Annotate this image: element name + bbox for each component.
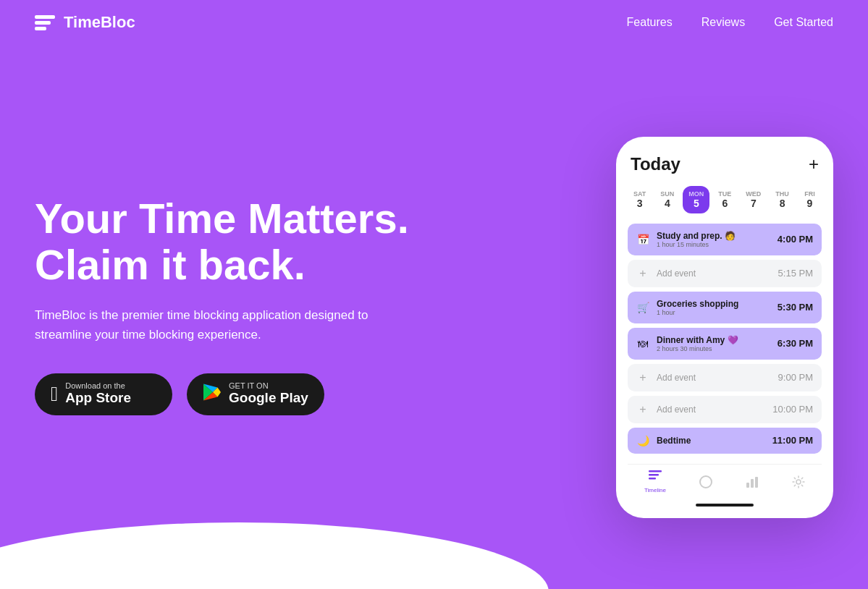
phone-nav-timeline[interactable]: Timeline [644, 470, 666, 493]
phone-mockup-container: Today + SAT 3 SUN 4 MON 5 TUE [616, 137, 833, 533]
svg-rect-0 [649, 470, 662, 473]
nav-get-started[interactable]: Get Started [774, 16, 833, 28]
phone-mockup: Today + SAT 3 SUN 4 MON 5 TUE [616, 137, 833, 518]
dinner-time: 6:30 PM [778, 338, 813, 349]
svg-rect-6 [755, 477, 758, 488]
day-tue[interactable]: TUE 6 [712, 186, 737, 213]
dinner-name: Dinner with Amy 💜 [657, 335, 738, 345]
phone-nav-circle[interactable] [699, 475, 712, 488]
study-name: Study and prep. 🧑 [657, 231, 736, 241]
event-groceries[interactable]: 🛒 Groceries shopping 1 hour 5:30 PM [628, 292, 822, 323]
add-1-name: Add event [657, 268, 696, 279]
add-1-icon: + [636, 267, 649, 280]
hero-headline: Your Time Matters.Claim it back. [35, 195, 455, 288]
day-sat[interactable]: SAT 3 [628, 186, 652, 213]
groceries-name: Groceries shopping [657, 299, 738, 309]
study-time: 4:00 PM [778, 234, 813, 245]
event-add-3[interactable]: + Add event 10:00 PM [628, 396, 822, 423]
groceries-icon: 🛒 [636, 302, 649, 313]
phone-nav-settings[interactable] [792, 475, 805, 488]
day-selector: SAT 3 SUN 4 MON 5 TUE 6 WED 7 [628, 186, 822, 213]
add-3-name: Add event [657, 404, 696, 415]
phone-add-button[interactable]: + [809, 154, 819, 174]
event-bedtime[interactable]: 🌙 Bedtime 11:00 PM [628, 428, 822, 454]
navbar: TimeBloc Features Reviews Get Started [0, 0, 868, 45]
groceries-time: 5:30 PM [778, 302, 813, 313]
appstore-text: Download on the App Store [65, 382, 131, 407]
googleplay-large: Google Play [229, 390, 308, 407]
add-1-time: 5:15 PM [778, 268, 813, 279]
day-fri[interactable]: FRI 9 [798, 186, 822, 213]
phone-title: Today [631, 154, 681, 174]
svg-rect-4 [746, 483, 749, 488]
logo-icon [35, 15, 55, 30]
timeline-icon [649, 470, 662, 485]
add-3-time: 10:00 PM [772, 404, 813, 415]
hero-left: Your Time Matters.Claim it back. TimeBlo… [35, 195, 455, 473]
bedtime-name: Bedtime [657, 436, 691, 446]
event-add-2[interactable]: + Add event 9:00 PM [628, 364, 822, 391]
appstore-large: App Store [65, 390, 131, 407]
bedtime-time: 11:00 PM [772, 435, 813, 446]
nav-features[interactable]: Features [627, 16, 673, 28]
settings-icon [792, 475, 805, 488]
store-buttons:  Download on the App Store G [35, 373, 455, 415]
day-mon[interactable]: MON 5 [683, 186, 709, 213]
nav-reviews[interactable]: Reviews [701, 16, 745, 28]
event-add-1[interactable]: + Add event 5:15 PM [628, 260, 822, 287]
add-2-time: 9:00 PM [778, 372, 813, 383]
event-dinner[interactable]: 🍽 Dinner with Amy 💜 2 hours 30 minutes 6… [628, 328, 822, 360]
event-study[interactable]: 📅 Study and prep. 🧑 1 hour 15 minutes 4:… [628, 224, 822, 255]
svg-rect-1 [649, 474, 659, 476]
brand-name: TimeBloc [64, 13, 135, 32]
phone-home-bar [696, 504, 754, 507]
study-duration: 1 hour 15 minutes [657, 241, 736, 248]
dinner-duration: 2 hours 30 minutes [657, 345, 738, 352]
googleplay-icon [203, 383, 222, 405]
googleplay-text: GET IT ON Google Play [229, 382, 308, 407]
svg-point-3 [700, 476, 712, 488]
nav-links: Features Reviews Get Started [627, 16, 833, 29]
add-3-icon: + [636, 403, 649, 416]
svg-rect-2 [649, 478, 656, 480]
day-sun[interactable]: SUN 4 [654, 186, 680, 213]
svg-rect-5 [751, 479, 754, 488]
study-icon: 📅 [636, 234, 649, 245]
groceries-duration: 1 hour [657, 309, 738, 316]
hero-section: Your Time Matters.Claim it back. TimeBlo… [0, 45, 868, 589]
googleplay-small: GET IT ON [229, 382, 308, 390]
stats-icon [746, 475, 759, 488]
event-list: 📅 Study and prep. 🧑 1 hour 15 minutes 4:… [628, 224, 822, 454]
phone-nav-stats[interactable] [746, 475, 759, 488]
day-thu[interactable]: THU 8 [770, 186, 795, 213]
googleplay-button[interactable]: GET IT ON Google Play [187, 373, 324, 415]
bedtime-icon: 🌙 [636, 435, 649, 446]
dinner-icon: 🍽 [636, 338, 649, 349]
phone-bottom-nav: Timeline [628, 464, 822, 496]
logo[interactable]: TimeBloc [35, 13, 135, 32]
timeline-label: Timeline [644, 487, 666, 493]
circle-icon [699, 475, 712, 488]
add-2-icon: + [636, 371, 649, 384]
appstore-small: Download on the [65, 382, 131, 390]
day-wed[interactable]: WED 7 [740, 186, 767, 213]
appstore-button[interactable]:  Download on the App Store [35, 373, 172, 415]
svg-point-7 [796, 480, 801, 484]
apple-icon:  [51, 384, 58, 404]
add-2-name: Add event [657, 373, 696, 383]
phone-header: Today + [628, 154, 822, 174]
hero-subtext: TimeBloc is the premier time blocking ap… [35, 305, 382, 344]
